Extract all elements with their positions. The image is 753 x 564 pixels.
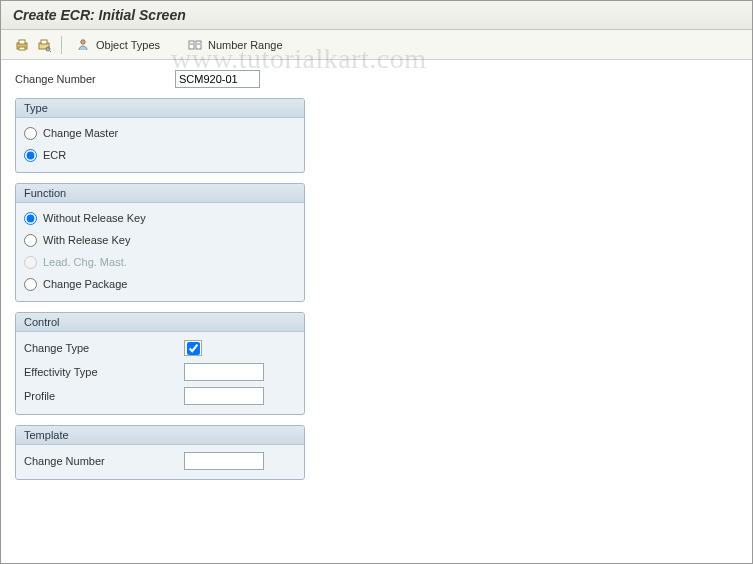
number-range-icon — [186, 36, 204, 54]
number-range-button[interactable]: Number Range — [182, 34, 287, 56]
object-types-button[interactable]: Object Types — [70, 34, 164, 56]
template-change-number-input[interactable] — [184, 452, 264, 470]
type-group: Type Change Master ECR — [15, 98, 305, 173]
change-number-row: Change Number — [15, 70, 738, 88]
svg-rect-9 — [196, 41, 201, 49]
change-number-label: Change Number — [15, 73, 175, 85]
profile-label: Profile — [24, 390, 184, 402]
svg-rect-2 — [19, 47, 25, 50]
function-group: Function Without Release Key With Releas… — [15, 183, 305, 302]
svg-rect-4 — [41, 40, 47, 44]
radio-without-release-key-label: Without Release Key — [43, 212, 146, 224]
type-group-title: Type — [16, 99, 304, 118]
change-number-input[interactable] — [175, 70, 260, 88]
radio-without-release-key[interactable]: Without Release Key — [24, 207, 296, 229]
change-type-checkbox[interactable] — [187, 342, 200, 355]
radio-ecr-label: ECR — [43, 149, 66, 161]
page-title: Create ECR: Initial Screen — [1, 1, 752, 30]
radio-with-release-key-input[interactable] — [24, 234, 37, 247]
print-icon[interactable] — [13, 36, 31, 54]
change-type-label: Change Type — [24, 342, 184, 354]
radio-change-master-label: Change Master — [43, 127, 118, 139]
radio-change-master[interactable]: Change Master — [24, 122, 296, 144]
effectivity-type-label: Effectivity Type — [24, 366, 184, 378]
svg-point-7 — [81, 39, 85, 43]
radio-lead-chg-mast-input — [24, 256, 37, 269]
control-group: Control Change Type Effectivity Type Pro… — [15, 312, 305, 415]
svg-rect-8 — [189, 41, 194, 49]
profile-input[interactable] — [184, 387, 264, 405]
content-area: Change Number Type Change Master ECR Fun… — [1, 60, 752, 500]
effectivity-type-input[interactable] — [184, 363, 264, 381]
find-icon[interactable] — [35, 36, 53, 54]
radio-without-release-key-input[interactable] — [24, 212, 37, 225]
radio-lead-chg-mast: Lead. Chg. Mast. — [24, 251, 296, 273]
template-group-title: Template — [16, 426, 304, 445]
radio-lead-chg-mast-label: Lead. Chg. Mast. — [43, 256, 127, 268]
radio-change-package[interactable]: Change Package — [24, 273, 296, 295]
toolbar-separator — [61, 36, 62, 54]
radio-change-package-label: Change Package — [43, 278, 127, 290]
person-icon — [74, 36, 92, 54]
template-change-number-label: Change Number — [24, 455, 184, 467]
svg-line-6 — [50, 50, 52, 52]
radio-with-release-key[interactable]: With Release Key — [24, 229, 296, 251]
object-types-label: Object Types — [96, 39, 160, 51]
radio-change-master-input[interactable] — [24, 127, 37, 140]
function-group-title: Function — [16, 184, 304, 203]
number-range-label: Number Range — [208, 39, 283, 51]
toolbar: Object Types Number Range — [1, 30, 752, 60]
radio-ecr-input[interactable] — [24, 149, 37, 162]
radio-ecr[interactable]: ECR — [24, 144, 296, 166]
radio-with-release-key-label: With Release Key — [43, 234, 130, 246]
template-group: Template Change Number — [15, 425, 305, 480]
control-group-title: Control — [16, 313, 304, 332]
radio-change-package-input[interactable] — [24, 278, 37, 291]
svg-rect-1 — [19, 40, 25, 44]
